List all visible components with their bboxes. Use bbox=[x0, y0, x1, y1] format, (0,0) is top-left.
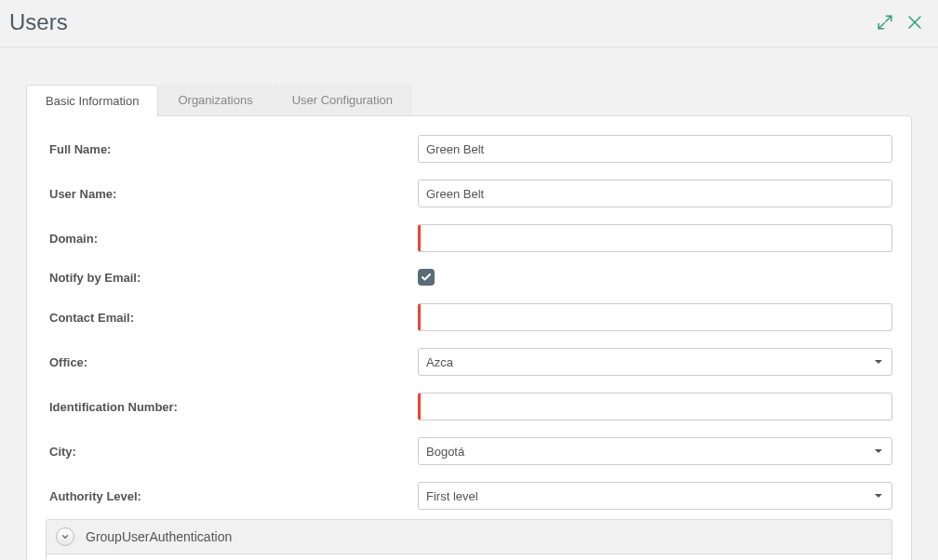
tab-organizations[interactable]: Organizations bbox=[158, 84, 272, 115]
label-contact-email: Contact Email: bbox=[46, 311, 418, 325]
contact-email-input[interactable] bbox=[418, 303, 892, 331]
domain-input[interactable] bbox=[418, 224, 892, 252]
office-select-value: Azca bbox=[426, 355, 453, 369]
row-domain: Domain: bbox=[46, 224, 892, 252]
tab-basic-information[interactable]: Basic Information bbox=[26, 85, 158, 116]
row-identification-number: Identification Number: bbox=[46, 393, 892, 420]
group-user-authentication-title: GroupUserAuthentication bbox=[86, 529, 232, 544]
row-full-name: Full Name: bbox=[46, 135, 892, 163]
users-dialog: Users Basic Information Organizations Us… bbox=[0, 0, 938, 560]
label-domain: Domain: bbox=[46, 232, 418, 246]
close-icon[interactable] bbox=[906, 14, 923, 31]
chevron-down-icon bbox=[875, 360, 882, 364]
group-user-authentication-body: Password: Expired Password: bbox=[47, 553, 891, 560]
row-notify-email: Notify by Email: bbox=[46, 269, 892, 287]
identification-number-input[interactable] bbox=[418, 393, 892, 420]
maximize-icon[interactable] bbox=[877, 14, 893, 31]
notify-email-checkbox[interactable] bbox=[418, 269, 435, 286]
tab-strip: Basic Information Organizations User Con… bbox=[26, 84, 912, 115]
collapse-toggle[interactable] bbox=[56, 527, 74, 546]
label-authority-level: Authority Level: bbox=[46, 489, 418, 503]
row-authority-level: Authority Level: First level bbox=[46, 482, 892, 510]
header-actions bbox=[877, 14, 923, 31]
full-name-input[interactable] bbox=[418, 135, 892, 163]
group-user-authentication-header: GroupUserAuthentication bbox=[47, 520, 891, 553]
label-identification-number: Identification Number: bbox=[46, 400, 418, 414]
group-user-authentication: GroupUserAuthentication Password: Expire… bbox=[46, 519, 892, 560]
label-notify-email: Notify by Email: bbox=[46, 271, 418, 285]
row-office: Office: Azca bbox=[46, 348, 892, 376]
office-select[interactable]: Azca bbox=[418, 348, 892, 376]
page-title: Users bbox=[9, 9, 68, 35]
row-contact-email: Contact Email: bbox=[46, 303, 892, 331]
dialog-header: Users bbox=[0, 0, 938, 47]
chevron-down-icon bbox=[875, 449, 882, 453]
content-scroll[interactable]: Basic Information Organizations User Con… bbox=[0, 56, 938, 560]
authority-level-select-value: First level bbox=[426, 489, 478, 503]
chevron-down-icon bbox=[875, 494, 882, 498]
user-name-input[interactable] bbox=[418, 180, 892, 207]
row-user-name: User Name: bbox=[46, 180, 892, 207]
row-city: City: Bogotá bbox=[46, 437, 892, 465]
tab-user-configuration[interactable]: User Configuration bbox=[273, 84, 412, 115]
basic-info-panel: Full Name: User Name: Domain: Notify by … bbox=[26, 115, 912, 560]
label-office: Office: bbox=[46, 355, 418, 369]
city-select-value: Bogotá bbox=[426, 445, 464, 459]
label-city: City: bbox=[46, 445, 418, 459]
authority-level-select[interactable]: First level bbox=[418, 482, 892, 510]
label-full-name: Full Name: bbox=[46, 142, 418, 156]
label-user-name: User Name: bbox=[46, 187, 418, 201]
city-select[interactable]: Bogotá bbox=[418, 437, 892, 465]
